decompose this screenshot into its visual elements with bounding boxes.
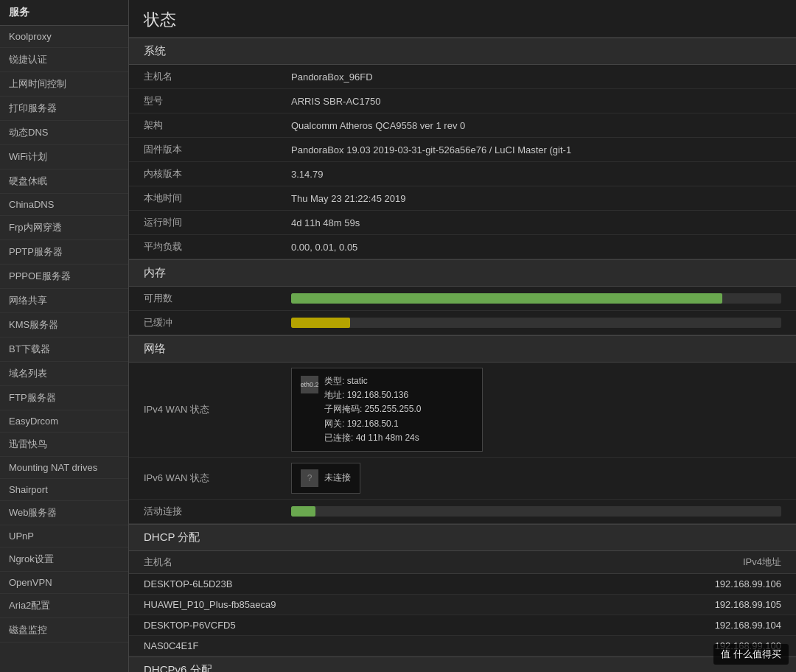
system-label-0: 主机名 bbox=[129, 65, 276, 89]
dhcp-row-0: DESKTOP-6L5D23B 192.168.99.106 bbox=[129, 573, 796, 594]
sidebar-item-2[interactable]: 上网时间控制 bbox=[0, 72, 128, 97]
system-value-1: ARRIS SBR-AC1750 bbox=[276, 89, 796, 113]
memory-buffered-row: 已缓冲 bbox=[129, 311, 796, 335]
memory-section: 内存 可用数 已缓冲 bbox=[129, 259, 796, 335]
sidebar-item-24[interactable]: Aria2配置 bbox=[0, 594, 128, 618]
ipv4-wan-label: IPv4 WAN 状态 bbox=[129, 363, 276, 457]
active-conn-bar-fill bbox=[291, 506, 315, 517]
question-icon: ? bbox=[301, 469, 318, 487]
memory-available-row: 可用数 bbox=[129, 287, 796, 311]
sidebar-item-6[interactable]: 硬盘休眠 bbox=[0, 169, 128, 194]
ipv4-gw-key: 网关: bbox=[324, 419, 344, 429]
sidebar-item-17[interactable]: 迅雷快鸟 bbox=[0, 433, 128, 457]
ipv4-gateway: 网关: 192.168.50.1 bbox=[324, 417, 421, 431]
sidebar-item-22[interactable]: Ngrok设置 bbox=[0, 547, 128, 572]
system-value-3: PandoraBox 19.03 2019-03-31-git-526a56e7… bbox=[276, 138, 796, 162]
ipv6-wan-label: IPv6 WAN 状态 bbox=[129, 457, 276, 499]
memory-available-bar-cell bbox=[276, 287, 796, 311]
dhcp-hostname-0: DESKTOP-6L5D23B bbox=[129, 573, 548, 594]
ipv4-type: 类型: static bbox=[324, 374, 421, 388]
dhcp-col-hostname: 主机名 bbox=[129, 551, 548, 574]
memory-table: 可用数 已缓冲 bbox=[129, 287, 796, 335]
sidebar-item-11[interactable]: 网络共享 bbox=[0, 289, 128, 313]
sidebar-item-14[interactable]: 域名列表 bbox=[0, 362, 128, 386]
ipv4-wan-row: IPv4 WAN 状态 eth0.2 类型: static bbox=[129, 363, 796, 457]
dhcp-row-3: NAS0C4E1F 192.168.99.100 bbox=[129, 635, 796, 656]
sidebar-item-7[interactable]: ChinaDNS bbox=[0, 194, 128, 216]
system-row-2: 架构 Qualcomm Atheros QCA9558 ver 1 rev 0 bbox=[129, 113, 796, 138]
active-conn-bar-cell bbox=[276, 499, 796, 523]
dhcp-ipv4-2: 192.168.99.104 bbox=[548, 615, 796, 635]
ipv4-conn-val: 4d 11h 48m 24s bbox=[356, 433, 419, 443]
ipv4-addr-key: 地址: bbox=[324, 390, 344, 400]
sidebar-item-9[interactable]: PPTP服务器 bbox=[0, 240, 128, 265]
dhcpv6-section-header: DHCPv6 分配 bbox=[129, 657, 796, 672]
system-label-6: 运行时间 bbox=[129, 211, 276, 235]
memory-available-bar bbox=[291, 293, 722, 304]
ipv4-wan-value: eth0.2 类型: static 地址: 192.168 bbox=[276, 363, 796, 457]
memory-buffered-bar-container bbox=[291, 318, 781, 328]
memory-buffered-bar bbox=[291, 318, 350, 328]
system-row-5: 本地时间 Thu May 23 21:22:45 2019 bbox=[129, 186, 796, 211]
system-row-4: 内核版本 3.14.79 bbox=[129, 162, 796, 186]
system-section: 系统 主机名 PandoraBox_96FD 型号 ARRIS SBR-AC17… bbox=[129, 38, 796, 259]
sidebar-item-3[interactable]: 打印服务器 bbox=[0, 97, 128, 121]
sidebar-item-20[interactable]: Web服务器 bbox=[0, 501, 128, 525]
dhcp-hostname-1: HUAWEI_P10_Plus-fb85aeca9 bbox=[129, 594, 548, 615]
memory-buffered-bar-cell bbox=[276, 311, 796, 335]
ipv4-addr: 地址: 192.168.50.136 bbox=[324, 388, 421, 402]
sidebar-item-12[interactable]: KMS服务器 bbox=[0, 313, 128, 337]
sidebar-item-16[interactable]: EasyDrcom bbox=[0, 410, 128, 433]
sidebar-item-10[interactable]: PPPOE服务器 bbox=[0, 265, 128, 289]
sidebar-item-13[interactable]: BT下载器 bbox=[0, 337, 128, 362]
ipv4-mask-val: 255.255.255.0 bbox=[365, 404, 422, 414]
dhcp-row-1: HUAWEI_P10_Plus-fb85aeca9 192.168.99.105 bbox=[129, 594, 796, 615]
page-title: 状态 bbox=[129, 0, 796, 38]
system-label-1: 型号 bbox=[129, 89, 276, 113]
sidebar-item-25[interactable]: 磁盘监控 bbox=[0, 618, 128, 643]
system-table: 主机名 PandoraBox_96FD 型号 ARRIS SBR-AC1750 … bbox=[129, 65, 796, 259]
dhcp-ipv4-0: 192.168.99.106 bbox=[548, 573, 796, 594]
sidebar-item-1[interactable]: 锐捷认证 bbox=[0, 48, 128, 72]
ipv4-network-info: 类型: static 地址: 192.168.50.136 子网掩码: bbox=[324, 374, 421, 445]
active-conn-label: 活动连接 bbox=[129, 499, 276, 523]
dhcp-table: 主机名 IPv4地址 DESKTOP-6L5D23B 192.168.99.10… bbox=[129, 551, 796, 657]
ipv4-connected: 已连接: 4d 11h 48m 24s bbox=[324, 431, 421, 445]
sidebar-item-15[interactable]: FTP服务器 bbox=[0, 386, 128, 410]
interface-label: eth0.2 bbox=[300, 381, 318, 388]
sidebar-item-0[interactable]: Koolproxy bbox=[0, 26, 128, 48]
sidebar-header: 服务 bbox=[0, 0, 128, 26]
dhcp-header-row: 主机名 IPv4地址 bbox=[129, 551, 796, 574]
system-value-6: 4d 11h 48m 59s bbox=[276, 211, 796, 235]
ipv6-wan-value: ? 未连接 bbox=[276, 457, 796, 499]
system-row-1: 型号 ARRIS SBR-AC1750 bbox=[129, 89, 796, 113]
system-value-2: Qualcomm Atheros QCA9558 ver 1 rev 0 bbox=[276, 113, 796, 138]
sidebar-item-19[interactable]: Shairport bbox=[0, 479, 128, 501]
ipv4-mask-key: 子网掩码: bbox=[324, 404, 362, 414]
memory-section-header: 内存 bbox=[129, 259, 796, 287]
system-row-0: 主机名 PandoraBox_96FD bbox=[129, 65, 796, 89]
sidebar-item-18[interactable]: Mounting NAT drives bbox=[0, 457, 128, 479]
ipv6-status-text: 未连接 bbox=[324, 472, 351, 484]
sidebar-item-5[interactable]: WiFi计划 bbox=[0, 145, 128, 169]
system-value-4: 3.14.79 bbox=[276, 162, 796, 186]
sidebar-item-21[interactable]: UPnP bbox=[0, 525, 128, 547]
sidebar-item-8[interactable]: Frp内网穿透 bbox=[0, 216, 128, 240]
sidebar-item-4[interactable]: 动态DNS bbox=[0, 121, 128, 145]
system-row-6: 运行时间 4d 11h 48m 59s bbox=[129, 211, 796, 235]
system-value-7: 0.00, 0.01, 0.05 bbox=[276, 235, 796, 259]
watermark: 值 什么值得买 bbox=[713, 644, 789, 665]
ipv4-mask: 子网掩码: 255.255.255.0 bbox=[324, 402, 421, 416]
main-content: 状态 系统 主机名 PandoraBox_96FD 型号 ARRIS SBR-A… bbox=[129, 0, 796, 672]
memory-buffered-label: 已缓冲 bbox=[129, 311, 276, 335]
system-label-4: 内核版本 bbox=[129, 162, 276, 186]
sidebar-item-23[interactable]: OpenVPN bbox=[0, 572, 128, 594]
ipv6-disconnected-card: ? 未连接 bbox=[291, 463, 360, 494]
system-row-7: 平均负载 0.00, 0.01, 0.05 bbox=[129, 235, 796, 259]
system-section-header: 系统 bbox=[129, 38, 796, 65]
network-table: IPv4 WAN 状态 eth0.2 类型: static bbox=[129, 363, 796, 524]
network-section: 网络 IPv4 WAN 状态 eth0.2 bbox=[129, 335, 796, 524]
ipv4-conn-key: 已连接: bbox=[324, 433, 353, 443]
dhcp-col-ipv4: IPv4地址 bbox=[548, 551, 796, 574]
system-label-5: 本地时间 bbox=[129, 186, 276, 211]
